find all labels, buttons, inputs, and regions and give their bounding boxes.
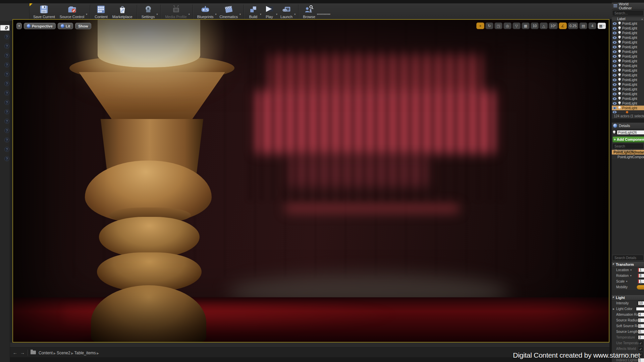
visibility-eye-icon[interactable] bbox=[612, 111, 617, 114]
actor-name-field[interactable]: PointLight26 bbox=[617, 130, 644, 135]
outliner-row[interactable]: PointLight bbox=[612, 63, 644, 68]
transform-section-header[interactable]: Transform bbox=[612, 261, 644, 267]
outliner-row[interactable]: PointLight bbox=[612, 45, 644, 49]
cinematics-button[interactable]: Cinematics bbox=[217, 3, 240, 21]
component-row[interactable]: PointLight26(Instance) bbox=[612, 150, 644, 155]
label-column-header[interactable]: Label▲ bbox=[612, 17, 644, 21]
add-component-button[interactable]: + Add Component bbox=[612, 136, 644, 142]
value-field[interactable]: 0. bbox=[638, 329, 644, 334]
value-field[interactable]: 3 bbox=[638, 335, 644, 340]
outliner-row[interactable] bbox=[612, 110, 644, 113]
visibility-eye-icon[interactable] bbox=[612, 107, 617, 110]
checkbox[interactable]: ✓ bbox=[639, 347, 643, 351]
scene-canvas[interactable] bbox=[13, 20, 609, 342]
rotate-tool[interactable]: ↻ bbox=[485, 22, 493, 29]
rotation-snap-toggle[interactable]: △ bbox=[540, 22, 548, 29]
visibility-eye-icon[interactable] bbox=[612, 78, 617, 81]
detail-row[interactable]: Affects World ✓ bbox=[612, 346, 644, 352]
help-circle-icon[interactable]: ? bbox=[4, 156, 9, 161]
help-circle-icon[interactable]: ? bbox=[4, 72, 9, 77]
chevron-down-icon[interactable]: ▼ bbox=[630, 269, 632, 271]
detail-row[interactable]: Use Temperature ✓ bbox=[612, 340, 644, 346]
scale-snap-toggle[interactable]: ∠ bbox=[559, 22, 567, 29]
viewport-layout-button[interactable]: ▦ ▾ bbox=[597, 22, 606, 29]
outliner-row[interactable]: PointLight bbox=[612, 26, 644, 31]
world-outliner-header[interactable]: World Outliner bbox=[612, 3, 644, 9]
outliner-search-input[interactable]: Search... bbox=[613, 11, 643, 15]
move-tool[interactable]: + bbox=[476, 22, 484, 29]
blueprints-button[interactable]: Blueprints bbox=[195, 3, 216, 21]
scale-tool[interactable]: ◳ bbox=[494, 22, 502, 29]
viewport-options-button[interactable]: ▾ bbox=[16, 23, 22, 29]
breadcrumb-item[interactable]: Scene2 bbox=[57, 351, 70, 355]
search-details-input[interactable]: Search Details bbox=[613, 255, 643, 260]
visibility-eye-icon[interactable] bbox=[612, 83, 617, 86]
surface-snap-toggle[interactable]: ▽ bbox=[513, 22, 521, 29]
detail-row[interactable]: Intensity 10 bbox=[612, 300, 644, 306]
lit-mode-button[interactable]: Lit bbox=[58, 23, 73, 29]
level-viewport[interactable]: ▾ Perspective Lit Show + ↻ ◳ bbox=[12, 19, 609, 343]
help-circle-icon[interactable]: ? bbox=[4, 100, 9, 105]
value-field[interactable]: 10 bbox=[638, 301, 644, 305]
visibility-eye-icon[interactable] bbox=[612, 36, 617, 39]
help-circle-icon[interactable]: ? bbox=[4, 119, 9, 124]
panel-divider[interactable] bbox=[609, 19, 612, 362]
help-circle-icon[interactable]: ? bbox=[4, 128, 9, 133]
light-section-header[interactable]: Light bbox=[612, 295, 644, 300]
detail-row[interactable]: Temperature 3 bbox=[612, 335, 644, 340]
visibility-eye-icon[interactable] bbox=[612, 102, 617, 105]
outliner-row[interactable]: PointLight bbox=[612, 96, 644, 101]
outliner-row[interactable]: PointLight bbox=[612, 54, 644, 59]
detail-row[interactable]: Location ▼ 1 bbox=[612, 267, 644, 273]
grid-snap-value[interactable]: 10 bbox=[531, 22, 539, 29]
help-circle-icon[interactable]: ? bbox=[4, 147, 9, 152]
save-current-button[interactable]: Save Current bbox=[31, 3, 57, 21]
outliner-row[interactable]: PointLight bbox=[612, 82, 644, 87]
help-circle-icon[interactable]: ? bbox=[4, 137, 9, 142]
value-field[interactable]: 8 bbox=[638, 274, 644, 278]
scale-snap-value[interactable]: 0.25 bbox=[568, 22, 578, 29]
help-circle-icon[interactable]: ? bbox=[4, 62, 9, 67]
visibility-eye-icon[interactable] bbox=[612, 41, 617, 44]
outliner-row[interactable]: PointLight bbox=[612, 73, 644, 77]
visibility-eye-icon[interactable] bbox=[612, 74, 617, 77]
back-arrow-button[interactable]: ← bbox=[13, 350, 17, 355]
help-circle-icon[interactable]: ? bbox=[4, 53, 9, 58]
detail-row[interactable]: Source Radius 1 bbox=[612, 317, 644, 323]
grid-snap-toggle[interactable]: ▦ bbox=[522, 22, 530, 29]
breadcrumb-item[interactable]: Table_items bbox=[74, 351, 96, 355]
outliner-row[interactable]: PointLight bbox=[612, 40, 644, 45]
outliner-row[interactable]: PointLight bbox=[612, 101, 644, 106]
help-circle-icon[interactable]: ? bbox=[4, 81, 9, 86]
help-circle-icon[interactable]: ? bbox=[4, 109, 9, 114]
help-circle-icon[interactable]: ? bbox=[4, 90, 9, 96]
detail-row[interactable]: Rotation ▼ 8 bbox=[612, 273, 644, 279]
outliner-row[interactable]: PointLight bbox=[612, 35, 644, 40]
outliner-row[interactable]: PointLight bbox=[612, 49, 644, 54]
component-row[interactable]: PointLightComponent bbox=[612, 155, 644, 159]
help-circle-icon[interactable]: ? bbox=[4, 34, 9, 39]
chevron-down-icon[interactable]: ▼ bbox=[630, 275, 632, 277]
detail-row[interactable]: ▶ Light Color bbox=[612, 306, 644, 312]
value-field[interactable]: 1 bbox=[638, 318, 644, 322]
visibility-eye-icon[interactable] bbox=[612, 27, 617, 30]
forward-arrow-button[interactable]: → bbox=[20, 350, 25, 355]
perspective-button[interactable]: Perspective bbox=[24, 23, 56, 29]
show-flags-button[interactable]: Show bbox=[75, 23, 91, 29]
visibility-eye-icon[interactable] bbox=[612, 22, 617, 25]
outliner-row[interactable]: PointLight bbox=[612, 31, 644, 35]
detail-row[interactable]: Scale ▼ 1. bbox=[612, 279, 644, 284]
build-button[interactable]: Build bbox=[246, 3, 261, 21]
details-tab[interactable]: Details bbox=[612, 123, 644, 129]
visibility-eye-icon[interactable] bbox=[612, 97, 617, 100]
marketplace-button[interactable]: Marketplace bbox=[110, 3, 135, 21]
value-field[interactable]: 1. bbox=[638, 279, 644, 284]
visibility-eye-icon[interactable] bbox=[612, 93, 617, 96]
visibility-eye-icon[interactable] bbox=[612, 32, 617, 35]
visibility-eye-icon[interactable] bbox=[612, 55, 617, 58]
camera-speed-value[interactable]: 4 bbox=[588, 22, 596, 29]
visibility-eye-icon[interactable] bbox=[612, 69, 617, 72]
color-swatch[interactable] bbox=[636, 307, 644, 311]
detail-row[interactable]: Attenuation Radius 4 bbox=[612, 312, 644, 317]
visibility-eye-icon[interactable] bbox=[612, 88, 617, 91]
